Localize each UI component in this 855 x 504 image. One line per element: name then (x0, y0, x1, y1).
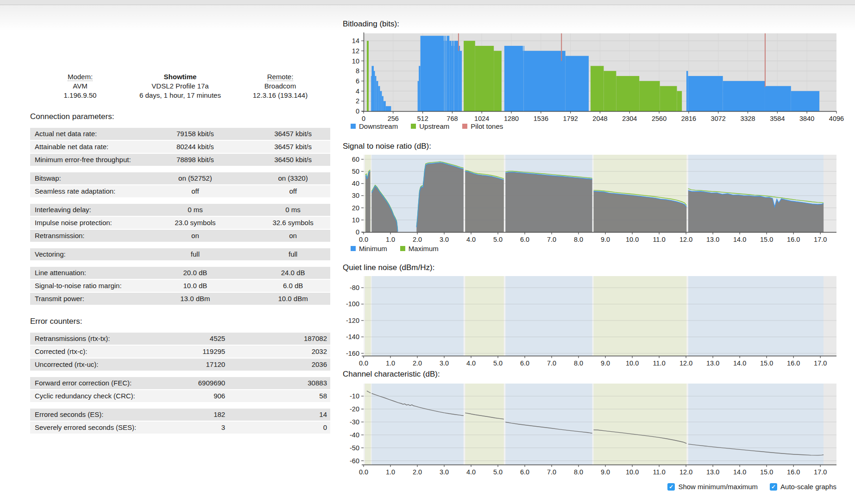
row-value-upstream: on (3320) (225, 172, 330, 184)
row-label: Corrected (rtx-c): (30, 346, 165, 358)
y-tick-label: 4 (356, 88, 359, 95)
legend-item-downstream: Downstream (351, 122, 398, 130)
bitload-downstream-bars (378, 86, 380, 111)
bitload-upstream-bars (616, 76, 639, 111)
bitload-downstream-bars (504, 46, 523, 111)
x-tick-label: 256 (388, 115, 399, 122)
row-value-upstream: on (225, 230, 330, 242)
bitload-downstream-bars (386, 106, 391, 111)
pilot-tone-marker (458, 33, 459, 51)
legend-label: Pilot tones (471, 122, 503, 130)
row-value-upstream: 2032 (225, 346, 330, 358)
table-row: Seamless rate adaptation:offoff (30, 185, 330, 197)
remote-info: Remote: Broadcom 12.3.16 (193.144) (230, 72, 330, 100)
bitload-downstream-bars (523, 51, 523, 111)
table-group: Actual net data rate:79158 kbit/s36457 k… (30, 128, 330, 166)
row-value-downstream: on (165, 230, 226, 242)
y-tick-label: 0 (356, 228, 359, 236)
x-tick-label: 768 (446, 115, 458, 122)
bitload-downstream-bars (460, 51, 462, 111)
table-connection-parameters: Actual net data rate:79158 kbit/s36457 k… (30, 128, 330, 305)
modem-vendor: AVM (30, 82, 130, 91)
table-row: Uncorrected (rtx-uc):171202036 (30, 359, 330, 371)
band-ds (688, 276, 824, 356)
channel-characteristic-chart: -60-50-40-30-20-100.01.02.03.04.05.06.07… (343, 379, 846, 477)
x-tick-label: 9.0 (601, 359, 610, 367)
pilot-tone-marker (561, 33, 562, 61)
checkbox-checked-icon[interactable]: ✓ (667, 483, 675, 491)
y-tick-label: -10 (350, 392, 359, 400)
bitload-downstream-bars (458, 46, 460, 111)
x-tick-label: 0.0 (359, 236, 368, 243)
y-tick-label: -50 (350, 444, 359, 452)
x-tick-label: 1280 (504, 115, 519, 122)
x-tick-label: 11.0 (653, 359, 666, 367)
y-tick-label: -20 (350, 405, 359, 413)
x-tick-label: 17.0 (814, 468, 827, 476)
row-label: Cyclic redundancy check (CRC): (30, 390, 165, 402)
row-value-upstream: 36457 kbit/s (225, 141, 330, 153)
x-tick-label: 7.0 (547, 236, 556, 243)
checkbox-show-minimum-maximum[interactable]: ✓Show minimum/maximum (667, 483, 758, 491)
legend-label: Downstream (359, 122, 398, 130)
bitload-downstream-bars (524, 51, 566, 111)
bitload-downstream-bars (566, 56, 589, 111)
bitload-downstream-bars (688, 76, 723, 111)
checkbox-auto-scale-graphs[interactable]: ✓Auto-scale graphs (770, 483, 836, 491)
pilot-tone-marker (765, 33, 766, 87)
bitload-upstream-bars (639, 81, 660, 111)
bitload-downstream-bars (383, 101, 386, 111)
x-tick-label: 11.0 (653, 468, 666, 476)
bitloading-chart: 0246810121402565127681024128015361792204… (343, 29, 846, 124)
y-tick-label: -140 (346, 333, 359, 340)
link-status-info: Showtime VDSL2 Profile 17a 6 days, 1 hou… (130, 72, 230, 100)
row-value-downstream: full (165, 248, 226, 260)
bitload-downstream-bars (374, 71, 375, 111)
band-ds (371, 384, 463, 465)
row-value-upstream: 0 (225, 422, 330, 434)
bitload-downstream-bars (447, 36, 449, 111)
row-value-downstream: 78898 kbit/s (165, 154, 226, 166)
x-tick-label: 4.0 (466, 468, 476, 476)
legend-item-maximum: Maximum (400, 245, 439, 252)
remote-version: 12.3.16 (193.144) (230, 91, 330, 100)
table-row: Errored seconds (ES):18214 (30, 409, 330, 421)
checkbox-label: Auto-scale graphs (780, 483, 836, 491)
bitload-downstream-bars (371, 66, 373, 111)
y-tick-label: -60 (350, 457, 359, 465)
bitload-upstream-bars (591, 66, 604, 111)
snr-fill-area (465, 171, 504, 232)
table-row: Retransmissions (rtx-tx):4525187082 (30, 333, 330, 345)
chart-title-quiet-line-noise: Quiet line noise (dBm/Hz): (343, 263, 434, 272)
row-label: Line attenuation: (30, 267, 165, 279)
modem-label: Modem: (68, 73, 93, 81)
bitload-upstream-bars (494, 51, 502, 111)
band-us (465, 384, 504, 465)
table-group: Interleaving delay:0 ms0 msImpulse noise… (30, 204, 330, 242)
x-tick-label: 3.0 (440, 236, 449, 243)
checkbox-checked-icon[interactable]: ✓ (770, 483, 777, 491)
bitload-downstream-bars (449, 41, 452, 111)
bitload-downstream-bars (371, 76, 371, 111)
x-tick-label: 5.0 (493, 468, 503, 476)
y-tick-label: -160 (346, 350, 359, 357)
link-profile: VDSL2 Profile 17a (130, 82, 230, 91)
checkbox-label: Show minimum/maximum (678, 483, 758, 491)
x-tick-label: 17.0 (814, 236, 827, 243)
band-us (365, 276, 371, 356)
y-tick-label: 14 (352, 37, 359, 44)
x-tick-label: 14.0 (733, 359, 746, 367)
band-us (594, 384, 687, 465)
x-tick-label: 10.0 (626, 468, 639, 476)
x-tick-label: 2560 (652, 115, 666, 122)
x-tick-label: 11.0 (653, 236, 666, 243)
row-value-downstream: 80244 kbit/s (165, 141, 226, 153)
table-group: Retransmissions (rtx-tx):4525187082Corre… (30, 333, 330, 371)
legend-item-pilot-tones: Pilot tones (462, 122, 503, 130)
x-tick-label: 3328 (740, 115, 755, 122)
x-tick-label: 1792 (563, 115, 578, 122)
bitload-downstream-bars (380, 91, 382, 111)
row-value-upstream: off (225, 185, 330, 197)
bitload-downstream-bars (454, 46, 454, 111)
x-tick-label: 16.0 (787, 359, 800, 367)
